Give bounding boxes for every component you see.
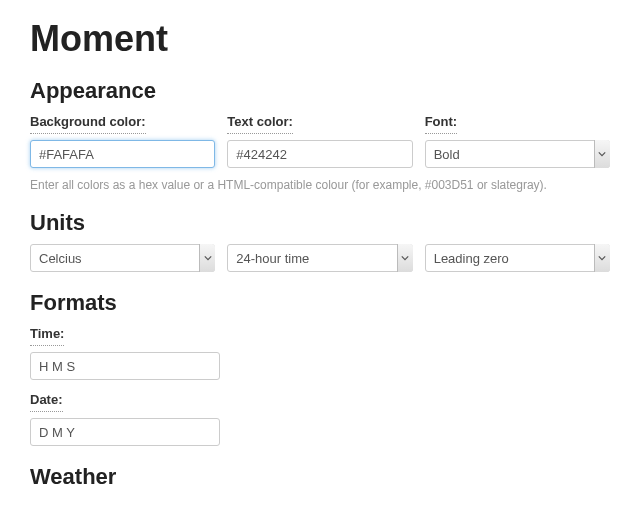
text-color-label: Text color: — [227, 114, 293, 134]
font-select[interactable]: Bold — [425, 140, 610, 168]
date-format-label: Date: — [30, 392, 63, 412]
date-format-input[interactable] — [30, 418, 220, 446]
appearance-heading: Appearance — [30, 78, 610, 104]
text-color-field: Text color: — [227, 112, 412, 168]
leading-zero-select[interactable]: Leading zero — [425, 244, 610, 272]
font-field: Font: Bold — [425, 112, 610, 168]
page-title: Moment — [30, 18, 610, 60]
appearance-hint: Enter all colors as a hex value or a HTM… — [30, 178, 610, 192]
time-format-field: Time: — [30, 324, 610, 380]
appearance-row: Background color: Text color: Font: Bold — [30, 112, 610, 168]
units-row: Celcius 24-hour time Leading zero — [30, 244, 610, 272]
weather-heading: Weather — [30, 464, 610, 490]
bg-color-field: Background color: — [30, 112, 215, 168]
formats-heading: Formats — [30, 290, 610, 316]
units-heading: Units — [30, 210, 610, 236]
font-label: Font: — [425, 114, 457, 134]
time-format-input[interactable] — [30, 352, 220, 380]
time-format-label: Time: — [30, 326, 64, 346]
bg-color-input[interactable] — [30, 140, 215, 168]
time-format-select[interactable]: 24-hour time — [227, 244, 412, 272]
temperature-select[interactable]: Celcius — [30, 244, 215, 272]
date-format-field: Date: — [30, 390, 610, 446]
text-color-input[interactable] — [227, 140, 412, 168]
bg-color-label: Background color: — [30, 114, 146, 134]
